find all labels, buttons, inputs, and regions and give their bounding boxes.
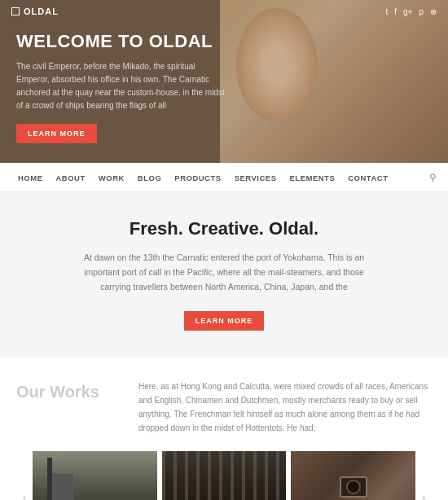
nav-services[interactable]: SERVICES (228, 173, 283, 182)
portfolio-image-1 (33, 451, 157, 500)
googleplus-icon[interactable]: g+ (403, 7, 412, 16)
hero-description: The civil Emperor, before the Mikado, th… (16, 60, 228, 112)
twitter-icon[interactable]: t (385, 7, 388, 16)
works-title-column: Our Works (16, 379, 122, 435)
hero-image (220, 0, 448, 163)
nav-links-list: HOME ABOUT WORK BLOG PRODUCTS SERVICES E… (11, 171, 394, 183)
portfolio-item-3[interactable]: THIS IS AN IMPORTANT PORT Photography (291, 451, 415, 500)
nav-about[interactable]: ABOUT (50, 173, 92, 182)
other-icon[interactable]: ⊕ (430, 7, 437, 16)
works-top: Our Works Here, as at Hong Kong and Calc… (16, 379, 432, 435)
nav-elements[interactable]: ELEMENTS (283, 173, 342, 182)
pinterest-icon[interactable]: p (419, 7, 424, 16)
topbar: OLDAL t f g+ p ⊕ (0, 0, 448, 23)
search-icon[interactable]: ⚲ (429, 172, 437, 183)
portfolio-items: THE PORT OF YOKOHAMA Photography THE CAR… (33, 451, 415, 500)
portfolio-image-2 (162, 451, 287, 500)
portfolio-next-button[interactable]: › (415, 451, 432, 500)
logo: OLDAL (11, 7, 59, 16)
nav-blog[interactable]: BLOG (131, 173, 168, 182)
nav-contact[interactable]: CONTACT (341, 173, 394, 182)
portfolio-prev-button[interactable]: ‹ (16, 451, 33, 500)
portfolio-item-2[interactable]: THE CARNATIC ENTERED Photography (162, 451, 287, 500)
works-desc-column: Here, as at Hong Kong and Calcutta, were… (138, 379, 432, 435)
nav-work[interactable]: WORK (92, 173, 131, 182)
hero-content: WELCOME TO OLDAL The civil Emperor, befo… (16, 31, 228, 143)
hero-title: WELCOME TO OLDAL (16, 31, 228, 52)
portfolio-item-1[interactable]: THE PORT OF YOKOHAMA Photography (33, 451, 157, 500)
nav-home[interactable]: HOME (11, 173, 50, 182)
social-links: t f g+ p ⊕ (385, 7, 437, 16)
hero-cta-button[interactable]: LEARN MORE (16, 124, 97, 143)
portfolio-row: ‹ THE PORT OF YOKOHAMA Photography THE C… (16, 451, 432, 500)
nav-products[interactable]: PRODUCTS (168, 173, 227, 182)
main-navigation: HOME ABOUT WORK BLOG PRODUCTS SERVICES E… (0, 163, 448, 192)
hero-section: OLDAL t f g+ p ⊕ WELCOME TO OLDAL The ci… (0, 0, 448, 163)
facebook-icon[interactable]: f (394, 7, 397, 16)
fresh-description: At dawn on the 13th the Carnatic entered… (77, 251, 371, 295)
logo-label: OLDAL (24, 7, 59, 16)
fresh-cta-button[interactable]: LEARN MORE (184, 311, 265, 331)
logo-icon (11, 7, 20, 15)
portfolio-image-3 (291, 451, 415, 500)
fresh-section: Fresh. Creative. Oldal. At dawn on the 1… (0, 192, 448, 357)
works-section-title: Our Works (16, 383, 122, 401)
works-section: Our Works Here, as at Hong Kong and Calc… (0, 357, 448, 500)
fresh-title: Fresh. Creative. Oldal. (16, 218, 432, 239)
works-description: Here, as at Hong Kong and Calcutta, were… (138, 379, 432, 435)
